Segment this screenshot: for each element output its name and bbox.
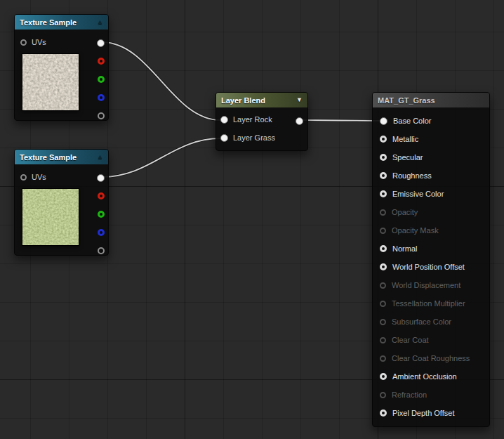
blend-output-pin[interactable] xyxy=(296,117,303,125)
pin-label: Clear Coat Roughness xyxy=(392,354,470,362)
collapse-arrow-icon[interactable]: ▲ xyxy=(97,19,103,25)
b-output-pin[interactable] xyxy=(98,94,105,101)
pin-label: Metallic xyxy=(392,135,418,143)
r-output-pin[interactable] xyxy=(98,58,105,65)
rgb-output-pin[interactable] xyxy=(97,39,105,47)
wire-rock-to-blend[interactable] xyxy=(102,42,220,120)
pin-label: Opacity xyxy=(392,208,418,216)
layer-rock-input-row: Layer Rock xyxy=(216,110,307,129)
emissive-color-input-pin[interactable] xyxy=(380,190,387,197)
node-title: Layer Blend xyxy=(221,96,265,105)
pin-row-clear-coat-roughness: Clear Coat Roughness xyxy=(373,349,489,367)
node-header[interactable]: Texture Sample ▲ xyxy=(15,150,108,164)
node-header[interactable]: Texture Sample ▲ xyxy=(15,15,108,30)
pin-label: Subsurface Color xyxy=(392,317,451,326)
world-position-offset-input-pin[interactable] xyxy=(380,263,387,270)
pin-row-world-displacement: World Displacement xyxy=(373,276,489,294)
pin-label: Pixel Depth Offset xyxy=(392,409,454,417)
dropdown-arrow-icon[interactable]: ▼ xyxy=(296,97,303,103)
rgb-output-pin[interactable] xyxy=(97,174,105,182)
node-header[interactable]: MAT_GT_Grass xyxy=(373,93,489,107)
uvs-label: UVs xyxy=(32,173,46,181)
metallic-input-pin[interactable] xyxy=(380,136,387,143)
world-displacement-input-pin xyxy=(380,282,386,289)
pin-label: Opacity Mask xyxy=(392,226,439,235)
collapse-arrow-icon[interactable]: ▲ xyxy=(97,154,103,160)
layer-grass-label: Layer Grass xyxy=(233,133,275,142)
pin-row-base-color: Base Color xyxy=(373,112,489,130)
pin-row-tessellation-multiplier: Tessellation Multiplier xyxy=(373,294,489,313)
node-header[interactable]: Layer Blend ▼ xyxy=(216,93,307,107)
pin-label: Clear Coat xyxy=(392,336,429,344)
clear-coat-roughness-input-pin xyxy=(380,355,386,362)
pin-row-opacity-mask: Opacity Mask xyxy=(373,221,489,240)
ambient-occlusion-input-pin[interactable] xyxy=(380,373,387,380)
pin-row-roughness: Roughness xyxy=(373,166,489,185)
pin-label: Refraction xyxy=(392,391,427,399)
pin-row-world-position-offset: World Position Offset xyxy=(373,258,489,276)
pin-row-normal: Normal xyxy=(373,240,489,258)
uvs-input-pin[interactable] xyxy=(20,174,27,181)
refraction-input-pin xyxy=(380,392,386,398)
r-output-pin[interactable] xyxy=(98,192,105,199)
pin-row-opacity: Opacity xyxy=(373,203,489,221)
node-title: Texture Sample xyxy=(20,153,77,162)
pin-label: Ambient Occlusion xyxy=(392,372,457,381)
normal-input-pin[interactable] xyxy=(380,245,387,252)
pin-row-specular: Specular xyxy=(373,148,489,166)
pixel-depth-offset-input-pin[interactable] xyxy=(380,409,387,417)
pin-row-clear-coat: Clear Coat xyxy=(373,331,489,349)
wire-grass-to-blend[interactable] xyxy=(102,138,220,177)
material-graph-canvas[interactable]: Texture Sample ▲ UVs xyxy=(0,0,504,439)
g-output-pin[interactable] xyxy=(98,211,105,218)
pin-label: Roughness xyxy=(392,171,432,180)
subsurface-color-input-pin xyxy=(380,319,386,325)
layer-grass-input-row: Layer Grass xyxy=(216,129,307,147)
material-result-node[interactable]: MAT_GT_Grass Base Color Metallic Specula… xyxy=(372,92,490,427)
pin-label: Tessellation Multiplier xyxy=(392,299,465,308)
opacity-mask-input-pin xyxy=(380,228,386,234)
rock-texture-preview xyxy=(22,53,79,111)
blend-output-pin-wrap xyxy=(296,112,303,130)
pin-label: Specular xyxy=(392,153,423,162)
pin-label: Normal xyxy=(392,244,417,253)
uvs-input-row: UVs xyxy=(15,168,108,186)
wire-blend-to-material[interactable] xyxy=(303,120,380,121)
pin-label: Base Color xyxy=(393,117,431,125)
pin-label: Emissive Color xyxy=(392,190,444,198)
pin-label: World Displacement xyxy=(392,281,460,289)
layer-grass-input-pin[interactable] xyxy=(220,134,228,142)
base-color-input-pin[interactable] xyxy=(380,117,387,125)
uvs-input-row: UVs xyxy=(15,33,108,51)
output-pin-column xyxy=(97,169,105,260)
layer-rock-input-pin[interactable] xyxy=(220,116,228,124)
pin-label: World Position Offset xyxy=(392,263,465,271)
roughness-input-pin[interactable] xyxy=(380,172,387,179)
pin-row-ambient-occlusion: Ambient Occlusion xyxy=(373,367,489,386)
grass-texture-preview xyxy=(22,188,79,246)
uvs-input-pin[interactable] xyxy=(20,39,27,46)
uvs-label: UVs xyxy=(32,38,46,46)
pin-row-emissive-color: Emissive Color xyxy=(373,185,489,203)
texture-sample-rock-node[interactable]: Texture Sample ▲ UVs xyxy=(14,14,109,121)
opacity-input-pin xyxy=(380,209,386,216)
pin-row-refraction: Refraction xyxy=(373,386,489,404)
a-output-pin[interactable] xyxy=(98,112,105,119)
layer-blend-node[interactable]: Layer Blend ▼ Layer Rock Layer Grass xyxy=(215,92,308,151)
pin-row-subsurface-color: Subsurface Color xyxy=(373,313,489,331)
layer-rock-label: Layer Rock xyxy=(233,115,272,124)
g-output-pin[interactable] xyxy=(98,76,105,83)
node-title: Texture Sample xyxy=(20,18,77,27)
node-title: MAT_GT_Grass xyxy=(378,96,435,105)
specular-input-pin[interactable] xyxy=(380,154,387,161)
texture-sample-grass-node[interactable]: Texture Sample ▲ UVs xyxy=(14,149,109,256)
clear-coat-input-pin xyxy=(380,337,386,343)
pin-row-metallic: Metallic xyxy=(373,130,489,148)
a-output-pin[interactable] xyxy=(98,247,105,254)
tessellation-multiplier-input-pin xyxy=(380,301,386,307)
b-output-pin[interactable] xyxy=(98,229,105,236)
output-pin-column xyxy=(97,34,105,125)
pin-row-pixel-depth-offset: Pixel Depth Offset xyxy=(373,404,489,422)
